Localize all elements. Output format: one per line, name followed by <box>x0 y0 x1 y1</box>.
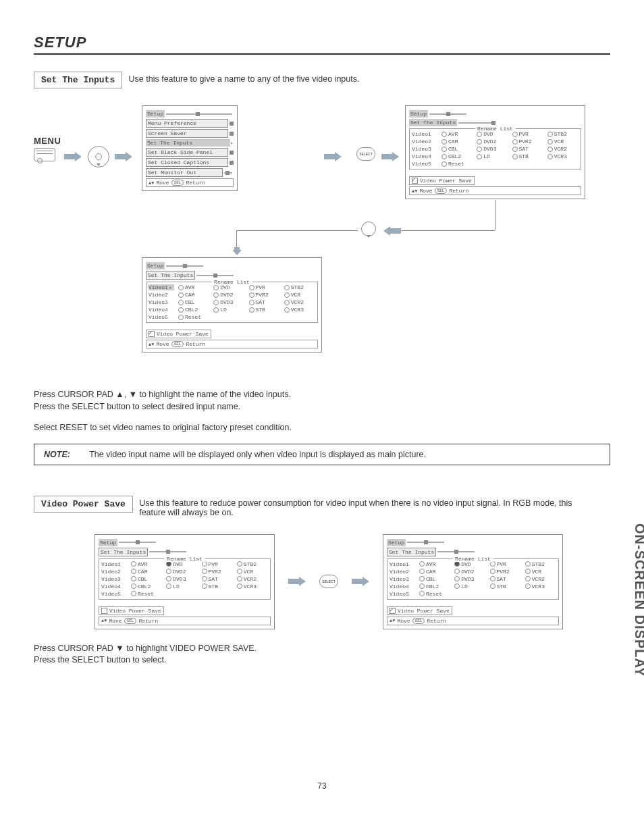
osd-menu-item: Set Closed Captions <box>146 158 228 167</box>
arrow-right-icon <box>115 152 132 161</box>
svg-marker-5 <box>232 247 242 255</box>
osd-menu-item: Menu Preference <box>146 119 228 128</box>
osd-footer: ▲▼Move SELReturn <box>99 617 271 625</box>
instruction-line: Press the SELECT button to select. <box>34 654 610 667</box>
video-label: Video1 <box>101 561 127 567</box>
connector-line <box>495 200 495 230</box>
video-label: Video4 <box>390 583 415 590</box>
arrow-right-icon <box>352 577 369 586</box>
video-label: Video5 <box>412 161 437 167</box>
video-label-selected: Video1 <box>149 284 168 290</box>
remote-icons <box>34 148 55 163</box>
fieldset-legend: Rename List <box>211 279 252 285</box>
osd-title: Setup <box>409 110 428 118</box>
video-label: Video3 <box>412 146 437 152</box>
osd-vps-after: Setup Set The Inputs Rename List Video1A… <box>383 534 563 629</box>
osd-footer: ▲▼Move SELReturn <box>146 340 318 348</box>
note-label: NOTE: <box>44 450 70 459</box>
instructions-vps: Press CURSOR PAD ▼ to highlight VIDEO PO… <box>34 643 610 667</box>
section-desc-vps: Use this feature to reduce power consump… <box>139 496 591 517</box>
osd-subtitle: Set The Inputs <box>387 548 436 556</box>
video-power-save-row: Video Power Save <box>99 606 164 615</box>
instruction-line: Press CURSOR PAD ▼ to highlight VIDEO PO… <box>34 643 610 655</box>
fieldset-legend: Rename List <box>164 556 205 562</box>
osd-menu-item: Set Monitor Out <box>146 168 223 177</box>
osd-title: Setup <box>146 262 165 269</box>
video-power-save-row: Video Power Save <box>387 606 452 615</box>
osd-set-inputs-a: Setup Set The Inputs Rename List Video1A… <box>405 105 585 199</box>
arrow-right-icon <box>381 152 399 161</box>
page-number: 73 <box>34 781 610 791</box>
video-label: Video1 <box>390 561 415 567</box>
svg-marker-7 <box>352 577 369 586</box>
video-label: Video2 <box>149 292 174 298</box>
osd-subtitle: Set The Inputs <box>99 548 148 556</box>
osd-subtitle: Set The Inputs <box>409 119 457 126</box>
fieldset-legend: Rename List <box>452 556 493 562</box>
section-label-vps: Video Power Save <box>34 496 133 513</box>
page-title: SETUP <box>34 34 610 55</box>
section-desc-set-inputs: Use this feature to give a name to any o… <box>129 72 360 84</box>
video-label: Video3 <box>149 299 174 305</box>
instruction-line: Press the SELECT button to select desire… <box>34 401 610 413</box>
osd-menu-item: Set Black Side Panel <box>146 148 228 157</box>
arrow-down-icon <box>232 247 242 255</box>
video-label: Video5 <box>101 591 127 597</box>
svg-marker-2 <box>324 152 342 161</box>
osd-title: Setup <box>146 110 165 118</box>
fieldset-legend: Rename List <box>475 126 516 132</box>
video-power-save-row: Video Power Save <box>146 330 211 338</box>
select-button-icon: SELECT <box>319 575 338 588</box>
flow-diagram-1: MENU Setup Menu Preference Screen Saver … <box>34 105 610 375</box>
video-label: Video4 <box>412 153 437 159</box>
svg-marker-1 <box>115 152 132 161</box>
video-label: Video4 <box>149 307 174 313</box>
arrow-right-icon <box>324 152 342 161</box>
video-label: Video5 <box>390 591 415 597</box>
rename-list-fieldset: Rename List Video1AVRDVDPVRSTB2 Video2CA… <box>409 128 581 170</box>
video-label: Video3 <box>101 576 127 582</box>
section-label-set-inputs: Set The Inputs <box>34 72 122 88</box>
video-label: Video4 <box>101 583 127 590</box>
flow-diagram-2: Setup Set The Inputs Rename List Video1A… <box>95 534 610 629</box>
osd-vps-before: Setup Set The Inputs Rename List Video1A… <box>95 534 275 629</box>
cursor-pad-icon <box>88 146 109 170</box>
note-text: The video input name will be displayed o… <box>89 450 426 459</box>
osd-subtitle: Set The Inputs <box>146 271 195 280</box>
video-label: Video1 <box>412 131 437 137</box>
section-set-inputs-header: Set The Inputs Use this feature to give … <box>34 72 610 88</box>
instruction-line: Select RESET to set video names to origi… <box>34 422 610 434</box>
menu-button-icon <box>34 148 55 161</box>
select-button-icon: SELECT <box>356 147 375 161</box>
connector-line <box>398 230 495 231</box>
osd-setup-menu: Setup Menu Preference Screen Saver Set T… <box>142 105 238 191</box>
section-vps-header: Video Power Save Use this feature to red… <box>34 496 610 517</box>
svg-marker-4 <box>383 226 401 236</box>
video-label: Video2 <box>390 569 415 575</box>
rename-list-fieldset: Rename List Video1AVRDVDPVRSTB2 Video2CA… <box>387 558 559 600</box>
video-power-save-row: Video Power Save <box>409 176 475 185</box>
rename-list-fieldset: Rename List Video1▸AVRDVDPVRSTB2 Video2C… <box>146 282 318 323</box>
video-label: Video3 <box>390 576 415 582</box>
osd-footer: ▲▼Move SELReturn <box>409 186 581 195</box>
instructions-set-inputs: Press CURSOR PAD ▲, ▼ to highlight the n… <box>34 389 610 434</box>
video-label: Video2 <box>412 138 437 145</box>
note-box: NOTE: The video input name will be displ… <box>34 444 610 465</box>
osd-footer: ▲▼Move SELReturn <box>146 178 234 187</box>
video-label: Video5 <box>149 314 174 320</box>
video-label: Video2 <box>101 569 127 575</box>
arrow-right-icon <box>64 152 82 161</box>
osd-set-inputs-b: Setup Set The Inputs Rename List Video1▸… <box>142 257 322 353</box>
svg-marker-0 <box>64 152 82 161</box>
arrow-left-icon <box>383 226 401 236</box>
svg-marker-3 <box>381 152 399 161</box>
osd-title: Setup <box>99 539 117 546</box>
osd-title: Setup <box>387 539 406 546</box>
side-tab: ON-SCREEN DISPLAY <box>632 523 644 677</box>
connector-line <box>236 230 358 231</box>
osd-menu-item: Screen Saver <box>146 129 228 138</box>
osd-footer: ▲▼Move SELReturn <box>387 617 559 625</box>
menu-label: MENU <box>34 136 61 146</box>
cursor-pad-icon <box>361 221 376 238</box>
instruction-line: Press CURSOR PAD ▲, ▼ to highlight the n… <box>34 389 610 401</box>
